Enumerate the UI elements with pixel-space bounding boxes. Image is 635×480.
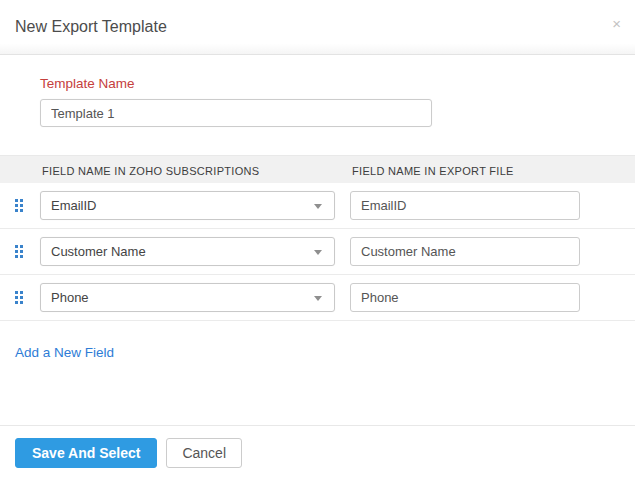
export-name-input[interactable] — [350, 283, 580, 312]
template-name-section: Template Name — [0, 55, 635, 127]
field-select-value: Phone — [41, 284, 334, 311]
new-export-template-dialog: New Export Template × Template Name FIEL… — [0, 0, 635, 480]
chevron-down-icon — [314, 296, 322, 301]
drag-handle-icon[interactable] — [15, 291, 23, 304]
mapping-row: Phone — [0, 275, 635, 321]
mapping-row: Customer Name — [0, 229, 635, 275]
dialog-footer: Save And Select Cancel — [0, 425, 635, 480]
field-select[interactable]: Customer Name — [40, 237, 335, 266]
mapping-rows: EmailID Customer Name Phone — [0, 183, 635, 321]
dialog-header: New Export Template × — [0, 0, 635, 55]
column-header-export-field: FIELD NAME IN EXPORT FILE — [352, 165, 514, 177]
mapping-table-header: FIELD NAME IN ZOHO SUBSCRIPTIONS FIELD N… — [0, 155, 635, 183]
close-icon[interactable]: × — [612, 16, 621, 31]
add-new-field-link[interactable]: Add a New Field — [15, 345, 114, 360]
field-select[interactable]: EmailID — [40, 191, 335, 220]
column-header-zoho-field: FIELD NAME IN ZOHO SUBSCRIPTIONS — [42, 165, 259, 177]
drag-handle-icon[interactable] — [15, 245, 23, 258]
cancel-button[interactable]: Cancel — [166, 438, 242, 468]
drag-handle-icon[interactable] — [15, 199, 23, 212]
field-select-value: Customer Name — [41, 238, 334, 265]
export-name-input[interactable] — [350, 237, 580, 266]
template-name-label: Template Name — [40, 76, 635, 91]
save-and-select-button[interactable]: Save And Select — [15, 438, 157, 468]
template-name-input[interactable] — [40, 99, 432, 127]
chevron-down-icon — [314, 250, 322, 255]
dialog-title: New Export Template — [0, 0, 635, 54]
field-select-value: EmailID — [41, 192, 334, 219]
mapping-row: EmailID — [0, 183, 635, 229]
field-select[interactable]: Phone — [40, 283, 335, 312]
chevron-down-icon — [314, 204, 322, 209]
export-name-input[interactable] — [350, 191, 580, 220]
